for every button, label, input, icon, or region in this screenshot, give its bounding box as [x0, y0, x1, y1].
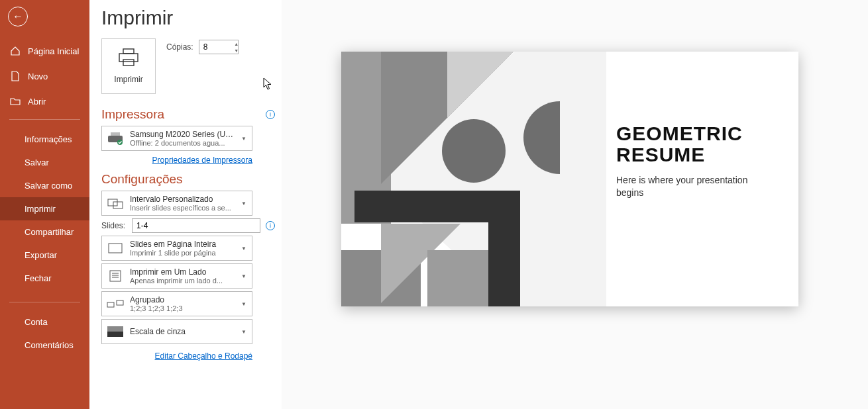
svg-rect-1	[119, 54, 138, 62]
nav-saveas-label: Salvar como	[25, 181, 72, 191]
chevron-down-icon: ▼	[240, 273, 248, 279]
svg-rect-23	[488, 191, 520, 306]
svg-rect-16	[107, 332, 123, 337]
print-settings-panel: Imprimir Imprimir Cópias: ▲ ▼ Impressora…	[89, 0, 282, 409]
layout-title: Slides em Página Inteira	[130, 240, 235, 249]
print-button-label: Imprimir	[114, 75, 142, 84]
new-file-icon	[9, 70, 21, 82]
range-subtitle: Inserir slides específicos a se...	[130, 204, 235, 212]
open-folder-icon	[9, 95, 21, 107]
printer-properties-link[interactable]: Propriedades de Impressora	[152, 156, 252, 165]
nav-home[interactable]: Página Inicial	[0, 38, 89, 64]
nav-export-label: Exportar	[25, 250, 57, 260]
mouse-cursor-icon	[263, 77, 272, 91]
nav-share[interactable]: Compartilhar	[0, 220, 89, 244]
backstage-sidebar: ← Página Inicial Novo Abrir Informações …	[0, 0, 89, 409]
nav-save-label: Salvar	[25, 158, 49, 167]
copies-label: Cópias:	[166, 42, 193, 52]
grayscale-icon	[106, 322, 125, 341]
chevron-down-icon: ▼	[240, 246, 248, 251]
slides-label: Slides:	[101, 221, 127, 230]
sides-dropdown[interactable]: Imprimir em Um Lado Apenas imprimir um l…	[101, 263, 252, 289]
nav-print[interactable]: Imprimir	[0, 197, 89, 220]
nav-share-label: Compartilhar	[25, 227, 74, 237]
svg-rect-15	[107, 326, 123, 332]
nav-divider-2	[9, 302, 80, 302]
svg-point-21	[442, 119, 506, 183]
nav-new-label: Novo	[28, 71, 48, 81]
slide-preview: GEOMETRIC RESUME Here is where your pres…	[341, 52, 798, 306]
collate-subtitle: 1;2;3 1;2;3 1;2;3	[130, 304, 235, 312]
color-title: Escala de cinza	[130, 327, 235, 336]
chevron-down-icon: ▼	[240, 136, 248, 142]
svg-rect-6	[108, 199, 117, 206]
nav-print-label: Imprimir	[25, 204, 56, 214]
nav-account-label: Conta	[25, 317, 48, 327]
svg-rect-9	[110, 271, 121, 281]
color-dropdown[interactable]: Escala de cinza ▼	[101, 319, 252, 344]
spin-down-icon[interactable]: ▼	[232, 47, 241, 54]
one-side-icon	[106, 267, 125, 285]
slides-info-icon[interactable]: i	[266, 221, 275, 230]
nav-divider-1	[9, 119, 80, 120]
svg-rect-0	[123, 49, 134, 54]
chevron-down-icon: ▼	[240, 301, 248, 307]
print-range-dropdown[interactable]: Intervalo Personalizado Inserir slides e…	[101, 191, 252, 216]
print-preview-area: GEOMETRIC RESUME Here is where your pres…	[282, 0, 868, 409]
chevron-down-icon: ▼	[240, 201, 248, 206]
svg-rect-8	[109, 244, 122, 253]
printer-section-title: Impressora	[101, 107, 164, 122]
printer-info-icon[interactable]: i	[266, 110, 275, 119]
range-title: Intervalo Personalizado	[130, 195, 235, 204]
nav-saveas[interactable]: Salvar como	[0, 174, 89, 197]
printer-device-icon	[106, 129, 125, 148]
slide-title-line2: RESUME	[616, 144, 705, 165]
copies-spinner[interactable]: ▲ ▼	[232, 40, 241, 54]
nav-new[interactable]: Novo	[0, 64, 89, 89]
nav-info-label: Informações	[25, 134, 72, 144]
nav-close-label: Fechar	[25, 273, 51, 283]
nav-save[interactable]: Salvar	[0, 151, 89, 174]
collate-icon	[106, 295, 125, 313]
slide-shapes-graphic	[341, 52, 606, 306]
slide-subtitle: Here is where your presentation begins	[616, 174, 775, 199]
svg-rect-2	[123, 60, 134, 66]
collate-dropdown[interactable]: Agrupado 1;2;3 1;2;3 1;2;3 ▼	[101, 291, 252, 316]
page-title: Imprimir	[101, 7, 275, 29]
arrow-left-icon: ←	[13, 11, 23, 23]
fullpage-icon	[106, 239, 125, 257]
layout-subtitle: Imprimir 1 slide por página	[130, 249, 235, 257]
printer-status: Offline: 2 documentos agua...	[130, 139, 235, 147]
svg-rect-14	[117, 300, 123, 305]
sides-subtitle: Apenas imprimir um lado d...	[130, 277, 235, 285]
nav-open[interactable]: Abrir	[0, 89, 89, 114]
svg-rect-4	[111, 132, 120, 136]
printer-dropdown[interactable]: Samsung M2020 Series (USB... Offline: 2 …	[101, 126, 252, 151]
nav-open-label: Abrir	[28, 97, 46, 107]
home-icon	[9, 45, 21, 57]
svg-rect-26	[427, 250, 488, 306]
settings-section-title: Configurações	[101, 172, 183, 187]
slide-title-line1: GEOMETRIC	[616, 122, 743, 144]
printer-icon	[117, 48, 140, 69]
printer-name: Samsung M2020 Series (USB...	[130, 130, 235, 139]
layout-dropdown[interactable]: Slides em Página Inteira Imprimir 1 slid…	[101, 236, 252, 261]
slides-input[interactable]	[132, 218, 260, 233]
range-icon	[106, 194, 125, 212]
back-button[interactable]: ←	[8, 7, 28, 26]
edit-header-footer-link[interactable]: Editar Cabeçalho e Rodapé	[155, 351, 252, 361]
nav-feedback[interactable]: Comentários	[0, 334, 89, 357]
nav-account[interactable]: Conta	[0, 310, 89, 334]
nav-export[interactable]: Exportar	[0, 244, 89, 267]
nav-feedback-label: Comentários	[25, 340, 74, 350]
nav-close[interactable]: Fechar	[0, 267, 89, 290]
spin-up-icon[interactable]: ▲	[232, 40, 241, 47]
nav-home-label: Página Inicial	[28, 46, 79, 56]
chevron-down-icon: ▼	[240, 329, 248, 335]
collate-title: Agrupado	[130, 295, 235, 304]
print-button[interactable]: Imprimir	[101, 38, 156, 94]
nav-info[interactable]: Informações	[0, 128, 89, 151]
svg-rect-7	[113, 202, 123, 208]
svg-rect-13	[107, 302, 114, 307]
sides-title: Imprimir em Um Lado	[130, 267, 235, 277]
